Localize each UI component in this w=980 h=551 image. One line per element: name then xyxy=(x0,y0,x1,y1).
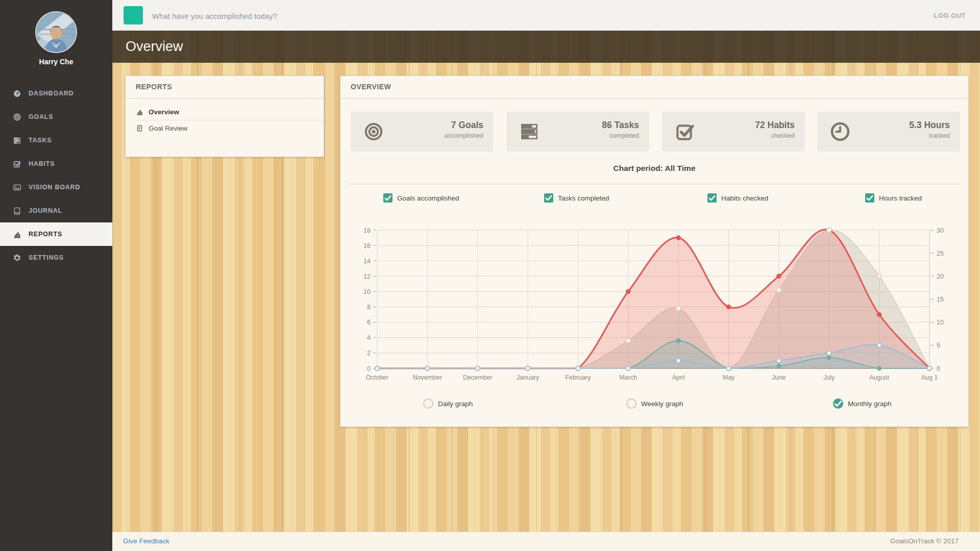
sidebar-menu: DASHBOARDGOALSTASKSHABITSVISION BOARDJOU… xyxy=(0,82,112,269)
stat-text: 86 Taskscompleted xyxy=(602,120,639,139)
menu-button[interactable] xyxy=(124,6,143,24)
svg-text:6: 6 xyxy=(367,319,371,326)
legend-item-tasks-completed: Tasks completed xyxy=(544,193,609,203)
chart-period-label: Chart period: All Time xyxy=(340,164,968,173)
reports-nav-item-overview[interactable]: Overview xyxy=(136,104,324,120)
logout-button[interactable]: LOG OUT xyxy=(921,0,966,31)
accomplishment-input[interactable] xyxy=(151,7,510,24)
stat-card-tracked: 5.3 Hourstracked xyxy=(817,112,960,152)
topbar: LOG OUT xyxy=(112,0,980,31)
bar-chart-icon xyxy=(13,230,21,239)
graph-mode-weekly-graph: Weekly graph xyxy=(626,398,683,409)
sidebar-item-vision-board[interactable]: VISION BOARD xyxy=(0,176,112,199)
legend-label: Goals accomplished xyxy=(397,194,459,202)
bullseye-icon xyxy=(13,113,21,121)
legend-checkbox[interactable] xyxy=(544,193,553,203)
file-text-icon xyxy=(136,124,143,132)
stat-text: 72 Habitschecked xyxy=(755,120,795,139)
copyright-text: GoalsOnTrack © 2017 xyxy=(890,532,959,550)
sidebar-item-label: VISION BOARD xyxy=(29,184,80,191)
check-square-icon xyxy=(674,121,696,142)
image-icon xyxy=(13,183,21,192)
svg-text:15: 15 xyxy=(937,296,944,303)
stat-value: 86 Tasks xyxy=(602,120,639,131)
sidebar-item-label: DASHBOARD xyxy=(29,90,74,97)
svg-text:0: 0 xyxy=(937,365,940,372)
svg-text:April: April xyxy=(672,374,685,381)
logout-label: LOG OUT xyxy=(934,12,966,19)
avatar-photo xyxy=(36,12,76,52)
gear-icon xyxy=(13,254,21,262)
user-avatar[interactable] xyxy=(35,11,77,53)
graph-mode-daily-graph: Daily graph xyxy=(423,398,473,409)
legend-label: Tasks completed xyxy=(558,194,609,202)
reports-nav-item-label: Goal Review xyxy=(149,124,188,132)
legend-checkbox[interactable] xyxy=(707,193,717,203)
svg-text:14: 14 xyxy=(363,258,371,265)
legend-checkbox[interactable] xyxy=(383,193,393,203)
legend-checkbox[interactable] xyxy=(865,193,874,203)
svg-text:4: 4 xyxy=(367,334,371,341)
stat-sublabel: completed xyxy=(602,132,639,139)
overview-panel-title: OVERVIEW xyxy=(340,76,968,98)
legend-label: Hours tracked xyxy=(879,194,922,202)
sidebar-item-label: HABITS xyxy=(29,160,55,167)
reports-nav-list: OverviewGoal Review xyxy=(126,98,324,136)
graph-mode-radio[interactable] xyxy=(626,398,636,409)
reports-nav-item-goal-review[interactable]: Goal Review xyxy=(136,120,324,136)
sidebar-item-settings[interactable]: SETTINGS xyxy=(0,246,112,269)
stat-value: 72 Habits xyxy=(755,120,795,131)
divider xyxy=(349,184,960,184)
stat-text: 5.3 Hourstracked xyxy=(909,120,950,139)
graph-mode-monthly-graph: Monthly graph xyxy=(833,398,892,409)
legend-item-habits-checked: Habits checked xyxy=(707,193,768,203)
user-name: Harry Che xyxy=(0,58,112,66)
svg-text:May: May xyxy=(723,374,735,381)
clock-icon xyxy=(829,121,851,142)
sidebar-item-label: TASKS xyxy=(29,137,52,144)
svg-text:10: 10 xyxy=(937,319,944,326)
tasks-icon xyxy=(519,121,540,142)
sidebar-item-tasks[interactable]: TASKS xyxy=(0,129,112,152)
svg-text:June: June xyxy=(772,374,786,381)
svg-text:March: March xyxy=(619,374,637,381)
main-content: REPORTS OverviewGoal Review OVERVIEW 7 G… xyxy=(112,63,980,532)
stat-value: 5.3 Hours xyxy=(909,120,950,131)
svg-text:16: 16 xyxy=(363,242,371,249)
graph-mode-radio[interactable] xyxy=(833,398,843,409)
sidebar: Harry Che DASHBOARDGOALSTASKSHABITSVISIO… xyxy=(0,0,112,551)
svg-text:30: 30 xyxy=(937,227,944,234)
check-square-icon xyxy=(13,160,21,168)
stat-sublabel: checked xyxy=(755,132,795,139)
stat-card-completed: 86 Taskscompleted xyxy=(506,112,649,152)
stat-card-accomplished: 7 Goalsaccomplished xyxy=(351,112,494,152)
stat-value: 7 Goals xyxy=(445,120,483,131)
reports-nav-panel: REPORTS OverviewGoal Review xyxy=(125,76,324,157)
svg-text:8: 8 xyxy=(367,304,371,311)
sidebar-item-label: GOALS xyxy=(29,113,53,120)
give-feedback-link[interactable]: Give Feedback xyxy=(123,532,169,550)
svg-text:October: October xyxy=(366,374,388,381)
sign-out-icon xyxy=(921,11,929,19)
page-title: Overview xyxy=(126,31,183,62)
stat-sublabel: tracked xyxy=(909,132,950,139)
svg-text:November: November xyxy=(413,374,443,381)
svg-text:December: December xyxy=(463,374,493,381)
reports-nav-item-label: Overview xyxy=(149,108,179,116)
sidebar-item-reports[interactable]: REPORTS xyxy=(0,222,112,246)
sidebar-item-label: SETTINGS xyxy=(29,254,64,261)
svg-text:Aug 1: Aug 1 xyxy=(921,374,938,381)
footer: Give Feedback GoalsOnTrack © 2017 xyxy=(112,532,980,551)
sidebar-item-journal[interactable]: JOURNAL xyxy=(0,199,112,222)
sidebar-item-dashboard[interactable]: DASHBOARD xyxy=(0,82,112,105)
svg-text:18: 18 xyxy=(363,227,371,234)
dashboard-icon xyxy=(13,89,21,98)
sidebar-item-label: JOURNAL xyxy=(29,207,62,214)
goalsontrack-app: Harry Che DASHBOARDGOALSTASKSHABITSVISIO… xyxy=(0,0,980,551)
graph-mode-radio[interactable] xyxy=(423,398,433,409)
overview-panel: OVERVIEW 7 Goalsaccomplished86 Taskscomp… xyxy=(340,76,969,427)
svg-text:July: July xyxy=(823,374,835,381)
page-title-bar: Overview xyxy=(112,31,980,63)
sidebar-item-habits[interactable]: HABITS xyxy=(0,152,112,176)
sidebar-item-goals[interactable]: GOALS xyxy=(0,105,112,129)
